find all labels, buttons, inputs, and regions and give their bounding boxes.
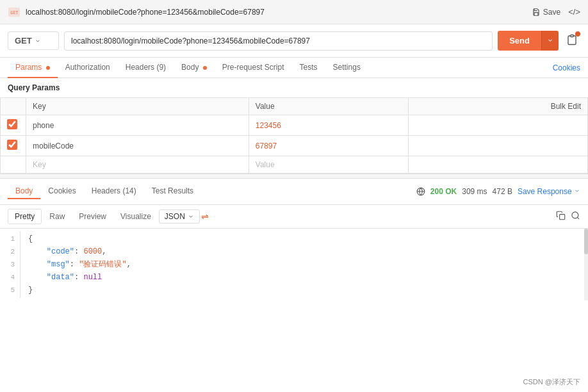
wrap-icon[interactable]: ⇌ xyxy=(201,211,209,222)
new-value-input[interactable]: Value xyxy=(249,156,409,174)
format-bar: Pretty Raw Preview Visualize JSON ⇌ xyxy=(0,205,588,229)
fmt-tab-raw[interactable]: Raw xyxy=(43,209,71,224)
fmt-tab-visualize[interactable]: Visualize xyxy=(114,209,158,224)
resp-tab-testresults[interactable]: Test Results xyxy=(144,184,201,199)
code-line-4: "data": null xyxy=(28,271,580,284)
title-bar: GET localhost:8080/login/mobileCode?phon… xyxy=(0,0,588,24)
method-label: GET xyxy=(15,36,32,45)
format-tabs: Pretty Raw Preview Visualize JSON ⇌ xyxy=(8,209,209,224)
code-content[interactable]: { "code": 6000, "msg": "验证码错误", "data": … xyxy=(20,231,588,298)
table-row: Key Value xyxy=(1,156,588,174)
tab-authorization[interactable]: Authorization xyxy=(58,58,118,78)
code-area: 1 2 3 4 5 { "code": 6000, "msg": "验证码错误"… xyxy=(0,229,588,300)
save-button[interactable]: Save xyxy=(532,8,560,17)
chevron-down-icon xyxy=(35,38,41,44)
tab-tests[interactable]: Tests xyxy=(292,58,325,78)
tab-prerequest[interactable]: Pre-request Script xyxy=(215,58,292,78)
response-time: 309 ms xyxy=(462,187,487,196)
request-bar: GET Send xyxy=(0,24,588,58)
body-dot xyxy=(203,66,207,70)
save-response-chevron xyxy=(574,188,580,194)
checkbox-header xyxy=(1,98,26,115)
globe-icon xyxy=(416,187,425,196)
section-divider xyxy=(0,174,588,179)
tab-headers[interactable]: Headers (9) xyxy=(118,58,174,78)
query-params-title: Query Params xyxy=(0,78,588,97)
value-header: Value xyxy=(249,98,409,115)
fmt-tab-pretty[interactable]: Pretty xyxy=(8,209,42,224)
key-header: Key xyxy=(26,98,249,115)
row2-checkbox[interactable] xyxy=(7,140,17,150)
title-bar-left: GET localhost:8080/login/mobileCode?phon… xyxy=(8,6,265,19)
code-line-2: "code": 6000, xyxy=(28,245,580,258)
method-select[interactable]: GET xyxy=(8,31,59,50)
svg-rect-2 xyxy=(571,35,574,37)
title-bar-right: Save </> xyxy=(532,7,580,17)
app-icon: GET xyxy=(8,6,20,19)
clipboard-badge xyxy=(575,31,580,37)
send-chevron-icon xyxy=(547,37,553,44)
save-icon xyxy=(532,8,541,17)
search-button[interactable] xyxy=(571,211,580,222)
resp-tab-body[interactable]: Body xyxy=(8,184,40,199)
send-button-group: Send xyxy=(498,31,559,51)
row1-checkbox[interactable] xyxy=(7,119,17,129)
scrollbar-track[interactable] xyxy=(584,229,588,300)
new-key-input[interactable]: Key xyxy=(26,156,249,174)
send-button[interactable]: Send xyxy=(498,31,541,51)
tab-params[interactable]: Params xyxy=(8,58,58,78)
fmt-tab-preview[interactable]: Preview xyxy=(72,209,113,224)
table-row: mobileCode 67897 xyxy=(1,136,588,156)
row2-value[interactable]: 67897 xyxy=(249,136,409,156)
line-numbers: 1 2 3 4 5 xyxy=(0,231,20,298)
resp-tab-cookies[interactable]: Cookies xyxy=(40,184,83,199)
params-dot xyxy=(46,66,50,70)
cookies-link[interactable]: Cookies xyxy=(553,63,580,72)
response-meta: 200 OK 309 ms 472 B Save Response xyxy=(416,187,580,196)
svg-point-6 xyxy=(572,212,578,218)
tabs-row: Params Authorization Headers (9) Body Pr… xyxy=(0,58,588,78)
code-line-5: } xyxy=(28,284,580,297)
svg-rect-5 xyxy=(560,215,565,220)
copy-button[interactable] xyxy=(556,211,566,222)
scrollbar-thumb[interactable] xyxy=(584,229,588,254)
row1-value[interactable]: 123456 xyxy=(249,115,409,136)
save-label: Save xyxy=(543,8,560,17)
svg-line-7 xyxy=(577,217,579,219)
tab-body[interactable]: Body xyxy=(174,58,215,78)
svg-text:GET: GET xyxy=(10,10,18,15)
json-select-chevron xyxy=(188,213,194,220)
save-response-button[interactable]: Save Response xyxy=(518,187,580,196)
resp-tab-headers[interactable]: Headers (14) xyxy=(84,184,144,199)
json-format-select[interactable]: JSON xyxy=(159,209,200,224)
table-row: phone 123456 xyxy=(1,115,588,136)
copy-icon xyxy=(556,211,566,220)
row1-key[interactable]: phone xyxy=(26,115,249,136)
code-label: </> xyxy=(568,7,580,17)
row2-key[interactable]: mobileCode xyxy=(26,136,249,156)
response-size: 472 B xyxy=(493,187,512,196)
code-line-1: { xyxy=(28,233,580,245)
send-dropdown-button[interactable] xyxy=(541,31,559,51)
title-url: localhost:8080/login/mobileCode?phone=12… xyxy=(26,8,265,17)
response-tabs: Body Cookies Headers (14) Test Results xyxy=(8,184,201,199)
tab-settings[interactable]: Settings xyxy=(325,58,368,78)
tabs-left: Params Authorization Headers (9) Body Pr… xyxy=(8,58,368,78)
url-input[interactable] xyxy=(64,31,493,51)
code-button[interactable]: </> xyxy=(568,7,580,17)
status-badge: 200 OK xyxy=(430,187,457,196)
watermark: CSDN @泽济天下 xyxy=(523,377,580,387)
format-right xyxy=(556,211,580,222)
response-header: Body Cookies Headers (14) Test Results 2… xyxy=(0,179,588,205)
search-icon xyxy=(571,211,580,220)
query-params-table: Key Value Bulk Edit phone 123456 mobileC… xyxy=(0,97,588,174)
bulk-edit-header[interactable]: Bulk Edit xyxy=(409,98,588,115)
clipboard-button[interactable] xyxy=(564,31,580,50)
code-line-3: "msg": "验证码错误", xyxy=(28,258,580,271)
